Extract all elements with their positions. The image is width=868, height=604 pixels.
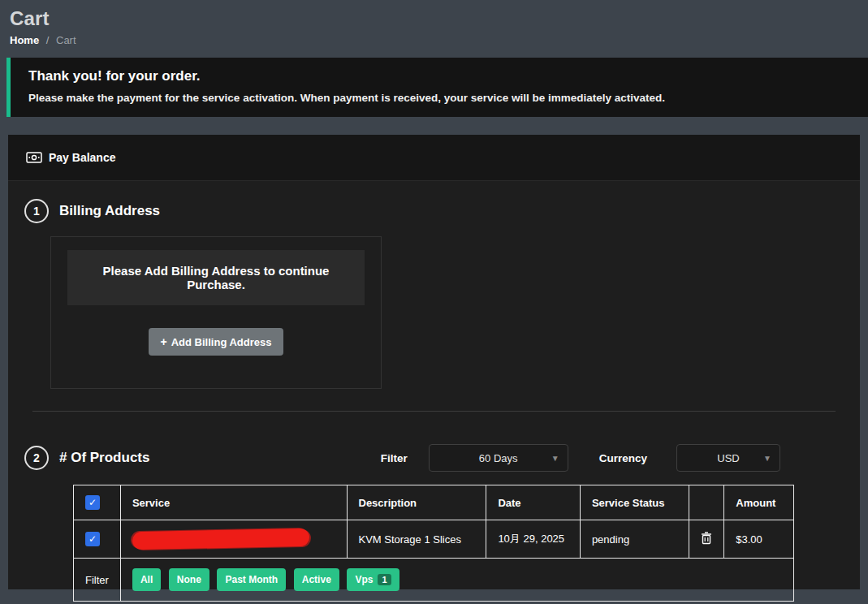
filter-buttons-row: Filter All None Past Month <box>74 559 794 602</box>
page: Cart Home / Cart Thank you! for your ord… <box>0 0 868 604</box>
date-column-header: Date <box>486 485 580 520</box>
delete-item-button[interactable] <box>701 532 712 545</box>
description-column-header: Description <box>347 485 486 520</box>
status-cell: pending <box>580 520 689 559</box>
alert-message: Please make the payment for the service … <box>28 92 850 104</box>
products-header-row: 2 # Of Products Filter 60 Days ▼ Currenc… <box>24 444 844 472</box>
row-checkbox[interactable]: ✓ <box>85 532 100 546</box>
step-2-badge: 2 <box>24 446 49 470</box>
add-billing-address-label: Add Billing Address <box>171 336 272 348</box>
filter-active-button[interactable]: Active <box>294 568 339 591</box>
billing-button-wrap: + Add Billing Address <box>67 328 365 356</box>
card-body: 1 Billing Address Please Add Billing Add… <box>8 181 860 604</box>
description-cell: KVM Storage 1 Slices <box>347 520 486 559</box>
table-header-row: ✓ Service Description Date Service Statu… <box>74 485 794 520</box>
select-all-checkbox[interactable]: ✓ <box>85 495 100 510</box>
breadcrumb: Home / Cart <box>10 34 858 46</box>
trash-icon <box>701 532 712 545</box>
pay-balance-card: Pay Balance 1 Billing Address Please Add… <box>8 135 860 589</box>
alert-title: Thank you! for your order. <box>28 68 850 84</box>
date-range-selected-value: 60 Days <box>479 452 518 464</box>
status-column-header: Service Status <box>580 485 689 520</box>
currency-select[interactable]: USD ▼ <box>676 444 780 472</box>
filter-vps-label: Vps <box>355 574 373 585</box>
top-header: Cart Home / Cart <box>0 0 868 58</box>
breadcrumb-current: Cart <box>56 34 76 46</box>
page-title: Cart <box>10 7 858 30</box>
products-table: ✓ Service Description Date Service Statu… <box>73 485 794 602</box>
breadcrumb-separator: / <box>46 34 50 46</box>
date-cell: 10月 29, 2025 <box>486 520 580 559</box>
products-controls: Filter 60 Days ▼ Currency USD ▼ <box>381 444 780 472</box>
products-step-header: 2 # Of Products <box>24 446 149 470</box>
filter-vps-button[interactable]: Vps 1 <box>347 568 399 591</box>
card-title: Pay Balance <box>49 151 116 164</box>
filter-past-month-button[interactable]: Past Month <box>217 568 286 591</box>
row-checkbox-cell: ✓ <box>74 520 121 559</box>
section-divider <box>32 411 836 412</box>
filter-none-label: None <box>177 574 201 585</box>
filter-row-label-cell: Filter <box>74 559 121 602</box>
filter-past-month-label: Past Month <box>225 574 278 585</box>
filter-all-button[interactable]: All <box>132 568 161 591</box>
amount-cell: $3.00 <box>724 520 794 559</box>
currency-selected-value: USD <box>717 452 739 464</box>
actions-column-header <box>689 485 724 520</box>
filter-label: Filter <box>381 452 408 464</box>
billing-address-panel: Please Add Billing Address to continue P… <box>50 236 382 389</box>
service-cell <box>120 520 347 559</box>
filter-all-label: All <box>140 574 153 585</box>
cash-icon <box>26 152 42 163</box>
breadcrumb-home-link[interactable]: Home <box>10 34 39 46</box>
redacted-service-name <box>132 528 309 550</box>
date-range-select[interactable]: 60 Days ▼ <box>429 444 568 472</box>
step-1-badge: 1 <box>24 199 49 223</box>
filter-none-button[interactable]: None <box>169 568 209 591</box>
service-column-header: Service <box>120 485 347 520</box>
order-success-alert: Thank you! for your order. Please make t… <box>6 58 868 117</box>
products-title: # Of Products <box>59 450 149 466</box>
billing-step-header: 1 Billing Address <box>24 199 844 223</box>
add-billing-address-button[interactable]: + Add Billing Address <box>149 328 284 356</box>
filter-active-label: Active <box>302 574 331 585</box>
filter-buttons-cell: All None Past Month Active <box>120 559 793 602</box>
select-all-cell: ✓ <box>74 485 121 520</box>
billing-notice: Please Add Billing Address to continue P… <box>67 250 365 305</box>
actions-cell <box>689 520 724 559</box>
billing-address-title: Billing Address <box>59 203 160 219</box>
amount-column-header: Amount <box>724 485 794 520</box>
vps-count-badge: 1 <box>378 574 391 585</box>
chevron-down-icon: ▼ <box>763 454 771 463</box>
plus-icon: + <box>161 335 167 348</box>
card-header: Pay Balance <box>8 135 860 181</box>
table-row: ✓ KVM Storage 1 Slices 10月 29, 2025 pend… <box>74 520 794 559</box>
chevron-down-icon: ▼ <box>551 454 559 463</box>
currency-label: Currency <box>599 452 647 464</box>
